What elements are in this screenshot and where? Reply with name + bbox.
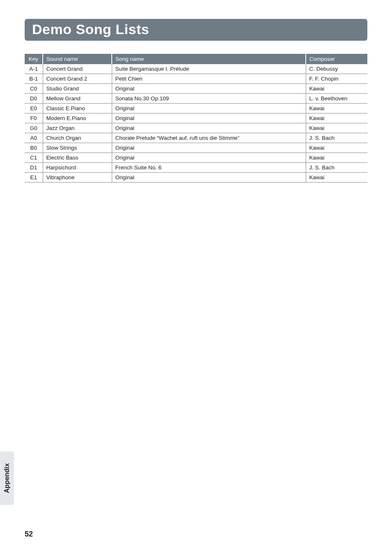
table-header-row: Key Sound name Song name Composer bbox=[25, 54, 367, 64]
cell-sound: Modern E.Piano bbox=[43, 113, 112, 123]
cell-composer: C. Debussy bbox=[306, 64, 367, 74]
cell-song: Original bbox=[112, 123, 306, 133]
cell-key: E0 bbox=[25, 104, 43, 113]
table-row: B-1Concert Grand 2Petit ChienF. F. Chopi… bbox=[25, 74, 367, 84]
col-song: Song name bbox=[112, 54, 306, 64]
cell-composer: L. v. Beethoven bbox=[306, 94, 367, 104]
cell-sound: Mellow Grand bbox=[43, 94, 112, 104]
cell-key: E1 bbox=[25, 173, 43, 183]
cell-song: Original bbox=[112, 84, 306, 94]
cell-composer: Kawai bbox=[306, 153, 367, 163]
cell-key: D1 bbox=[25, 163, 43, 173]
table-body: A-1Concert GrandSuite Bergamasque I. Pré… bbox=[25, 64, 367, 183]
cell-composer: Kawai bbox=[306, 123, 367, 133]
col-composer: Composer bbox=[306, 54, 367, 64]
cell-sound: Slow Strings bbox=[43, 143, 112, 153]
cell-song: Sonata No.30 Op.109 bbox=[112, 94, 306, 104]
col-key: Key bbox=[25, 54, 43, 64]
cell-sound: Concert Grand 2 bbox=[43, 74, 112, 84]
demo-song-table: Key Sound name Song name Composer A-1Con… bbox=[25, 54, 367, 183]
cell-song: Petit Chien bbox=[112, 74, 306, 84]
cell-key: C0 bbox=[25, 84, 43, 94]
table-row: D1HarpsichordFrench Suite No. 6J. S. Bac… bbox=[25, 163, 367, 173]
cell-key: F0 bbox=[25, 113, 43, 123]
table-row: E1VibraphoneOriginalKawai bbox=[25, 173, 367, 183]
cell-key: A-1 bbox=[25, 64, 43, 74]
cell-sound: Classic E.Piano bbox=[43, 104, 112, 113]
cell-sound: Church Organ bbox=[43, 133, 112, 143]
cell-song: Original bbox=[112, 153, 306, 163]
table-row: G0Jazz OrganOriginalKawai bbox=[25, 123, 367, 133]
page-title: Demo Song Lists bbox=[32, 21, 360, 37]
table-row: D0Mellow GrandSonata No.30 Op.109L. v. B… bbox=[25, 94, 367, 104]
table-row: F0Modern E.PianoOriginalKawai bbox=[25, 113, 367, 123]
cell-song: Suite Bergamasque I. Prélude bbox=[112, 64, 306, 74]
cell-composer: F. F. Chopin bbox=[306, 74, 367, 84]
page-number: 52 bbox=[25, 530, 33, 539]
cell-sound: Electric Bass bbox=[43, 153, 112, 163]
cell-composer: Kawai bbox=[306, 143, 367, 153]
cell-key: C1 bbox=[25, 153, 43, 163]
cell-song: Chorale Prelude “Wachet auf, ruft uns di… bbox=[112, 133, 306, 143]
cell-composer: Kawai bbox=[306, 104, 367, 113]
cell-song: Original bbox=[112, 143, 306, 153]
table-row: C1Electric BassOriginalKawai bbox=[25, 153, 367, 163]
cell-key: A0 bbox=[25, 133, 43, 143]
cell-sound: Vibraphone bbox=[43, 173, 112, 183]
demo-song-table-wrap: Key Sound name Song name Composer A-1Con… bbox=[25, 54, 367, 183]
cell-composer: J. S. Bach bbox=[306, 133, 367, 143]
side-tab-label: Appendix bbox=[3, 463, 11, 493]
cell-key: G0 bbox=[25, 123, 43, 133]
cell-song: Original bbox=[112, 173, 306, 183]
cell-song: French Suite No. 6 bbox=[112, 163, 306, 173]
cell-sound: Concert Grand bbox=[43, 64, 112, 74]
side-tab: Appendix bbox=[0, 451, 14, 505]
cell-sound: Harpsichord bbox=[43, 163, 112, 173]
table-row: C0Studio GrandOriginalKawai bbox=[25, 84, 367, 94]
cell-song: Original bbox=[112, 113, 306, 123]
cell-composer: J. S. Bach bbox=[306, 163, 367, 173]
cell-sound: Jazz Organ bbox=[43, 123, 112, 133]
table-row: E0Classic E.PianoOriginalKawai bbox=[25, 104, 367, 113]
cell-sound: Studio Grand bbox=[43, 84, 112, 94]
table-row: B0Slow StringsOriginalKawai bbox=[25, 143, 367, 153]
cell-composer: Kawai bbox=[306, 113, 367, 123]
cell-song: Original bbox=[112, 104, 306, 113]
cell-key: B0 bbox=[25, 143, 43, 153]
col-sound: Sound name bbox=[43, 54, 112, 64]
table-row: A0Church OrganChorale Prelude “Wachet au… bbox=[25, 133, 367, 143]
page-title-bar: Demo Song Lists bbox=[25, 19, 367, 41]
cell-composer: Kawai bbox=[306, 84, 367, 94]
cell-key: D0 bbox=[25, 94, 43, 104]
cell-key: B-1 bbox=[25, 74, 43, 84]
table-row: A-1Concert GrandSuite Bergamasque I. Pré… bbox=[25, 64, 367, 74]
cell-composer: Kawai bbox=[306, 173, 367, 183]
